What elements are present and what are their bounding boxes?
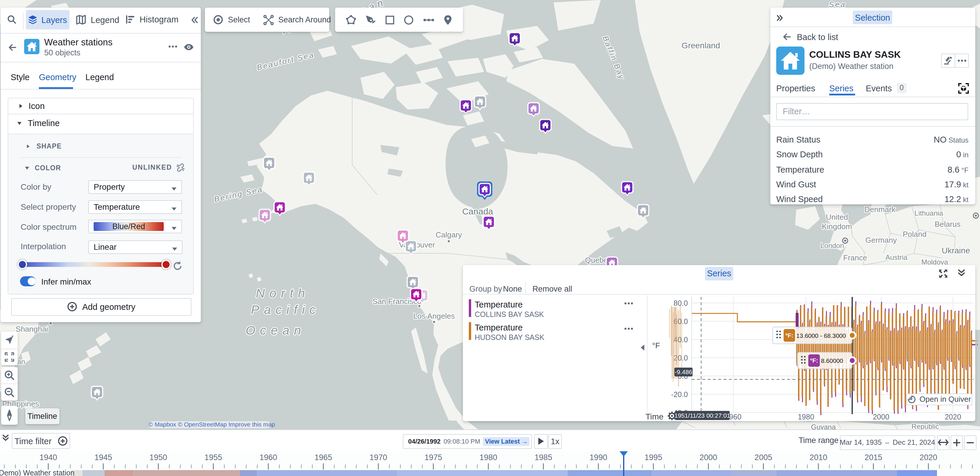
svg-text:1951/11/23 00:27:01: 1951/11/23 00:27:01 <box>675 412 730 419</box>
svg-text:Poland: Poland <box>903 230 927 239</box>
svg-text:Greenland: Greenland <box>682 41 720 50</box>
svg-text:1990: 1990 <box>590 453 607 462</box>
svg-text:2005: 2005 <box>754 453 772 462</box>
svg-text:8.60000: 8.60000 <box>821 357 843 364</box>
svg-text:2010: 2010 <box>810 453 827 462</box>
svg-text:Moldova: Moldova <box>921 258 948 266</box>
svg-text:-9.486: -9.486 <box>675 368 692 375</box>
svg-text:1940: 1940 <box>40 453 57 462</box>
svg-text:Canada: Canada <box>462 207 493 216</box>
svg-text:2020: 2020 <box>920 453 937 462</box>
svg-text:13.6000 - 68.3000: 13.6000 - 68.3000 <box>796 332 846 339</box>
svg-text:°F: °F <box>652 341 660 350</box>
svg-text:°F:: °F: <box>810 357 818 364</box>
svg-text:1975: 1975 <box>425 453 442 462</box>
svg-text:Pacific: Pacific <box>251 303 320 317</box>
svg-text:Austria: Austria <box>886 253 908 261</box>
svg-text:Los Angeles: Los Angeles <box>413 312 455 320</box>
svg-text:2000: 2000 <box>700 453 718 462</box>
svg-text:Time: Time <box>646 412 663 421</box>
svg-text:Calgary: Calgary <box>436 230 462 239</box>
svg-text:1980: 1980 <box>479 453 497 462</box>
svg-text:2020: 2020 <box>945 413 961 421</box>
svg-text:1960: 1960 <box>259 453 277 462</box>
svg-text:1945: 1945 <box>94 453 112 462</box>
svg-text:1985: 1985 <box>535 453 552 462</box>
svg-text:Republic: Republic <box>912 422 939 430</box>
svg-text:1970: 1970 <box>369 453 387 462</box>
svg-text:United: United <box>826 213 848 221</box>
svg-text:London: London <box>820 242 844 250</box>
svg-text:1980: 1980 <box>798 413 814 421</box>
svg-text:(Demo) Weather station: (Demo) Weather station <box>0 469 75 476</box>
svg-text:1995: 1995 <box>644 453 662 462</box>
svg-text:North: North <box>256 286 310 300</box>
svg-text:Lithuania: Lithuania <box>914 209 943 217</box>
svg-text:Ocean: Ocean <box>246 323 305 337</box>
svg-text:1955: 1955 <box>204 453 222 462</box>
svg-text:-20.0: -20.0 <box>671 390 688 398</box>
svg-text:Belarus: Belarus <box>935 220 961 229</box>
svg-text:France: France <box>843 253 867 262</box>
svg-text:2000: 2000 <box>873 413 889 421</box>
svg-text:°F:: °F: <box>785 332 793 339</box>
svg-text:Kingdom: Kingdom <box>822 222 852 231</box>
svg-text:Germany: Germany <box>865 236 897 245</box>
svg-text:Denmark: Denmark <box>864 205 896 214</box>
svg-text:2015: 2015 <box>865 453 882 462</box>
svg-text:1965: 1965 <box>315 453 332 462</box>
svg-text:Ukraine: Ukraine <box>942 246 970 255</box>
svg-text:Shanghai: Shanghai <box>16 325 48 333</box>
svg-text:1950: 1950 <box>150 453 167 462</box>
